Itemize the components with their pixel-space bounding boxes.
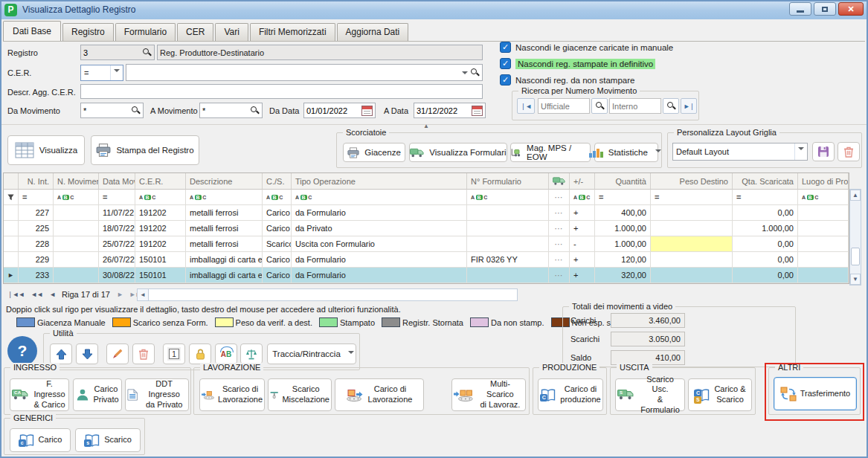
weigh-button[interactable] [240,344,263,364]
numbering-button[interactable]: 1 [163,344,185,364]
f-ingresso-carico-button[interactable]: CA F. Ingresso& Carico [10,378,69,411]
tab-formulario[interactable]: Formulario [115,23,176,41]
next-row-button[interactable]: ► [117,291,123,298]
visualizza-formulari-button[interactable]: Visualizza Formulari [409,143,507,162]
tab-cer[interactable]: CER [177,23,213,41]
carico-scarico-button[interactable]: CS Carico &Scarico [688,378,752,411]
table-row-selected[interactable]: ► 233 30/08/22 150101 imballaggi di cart… [4,268,849,283]
equals-filter-icon[interactable]: = [651,190,733,205]
first-row-button[interactable]: ❘◄◄ [7,291,24,298]
text-filter-icon[interactable]: ABC [570,190,595,205]
column-header-quantita[interactable]: Quantità [595,173,651,190]
last-record-button[interactable]: ►❘ [681,98,697,114]
tab-dati-base[interactable]: Dati Base [3,21,61,41]
scarico-uscita-formulario-button[interactable]: S Scarico Usc.& Formulario [615,378,685,411]
cer-operator-combo[interactable]: = [80,65,123,81]
help-button[interactable]: ? [7,336,37,366]
scrollbar-thumb[interactable] [851,248,860,265]
rename-button[interactable]: AB [215,344,237,364]
calendar-icon[interactable] [472,106,483,116]
column-header-formulario[interactable]: N° Formulario [467,173,549,190]
column-header-descrizione[interactable]: Descrizione [186,173,263,190]
column-header-tipo-operazione[interactable]: Tipo Operazione [292,173,467,190]
move-up-button[interactable] [50,344,72,364]
ellipsis-filter-icon[interactable]: ⋯ [549,190,570,205]
table-row[interactable]: 225 18/07/22 191202 metalli ferrosi Cari… [4,221,849,236]
ddt-ingresso-privato-button[interactable]: DDT Ingressoda Privato [125,378,189,411]
grid-vertical-scrollbar[interactable]: ▲ ▼ [849,189,861,286]
equals-filter-icon[interactable]: = [733,190,798,205]
save-layout-button[interactable] [812,142,835,161]
column-header-segno[interactable]: +/- [570,173,595,190]
a-data-field[interactable] [414,103,486,118]
chevron-down-icon[interactable] [794,143,807,160]
equals-filter-icon[interactable]: = [19,190,54,205]
ufficiale-input[interactable] [541,102,587,111]
traccia-rintraccia-button[interactable]: Traccia/Rintraccia [267,344,356,364]
checkbox-nascondi-non-stampare[interactable] [500,74,511,86]
text-filter-icon[interactable]: ABC [135,190,186,205]
registro-field[interactable] [80,45,155,60]
row-options-button[interactable]: ⋯ [549,268,570,283]
a-movimento-input[interactable] [202,106,250,115]
delete-button[interactable] [132,344,155,364]
table-row[interactable]: 227 11/07/22 191202 metalli ferrosi Cari… [4,205,849,221]
collapse-panel-button[interactable]: ▲ [423,123,429,129]
calendar-icon[interactable] [361,106,373,116]
column-header-n-int[interactable]: N. Int. [19,173,54,190]
layout-select[interactable]: Default Layout [672,143,808,161]
scarico-lavorazione-button[interactable]: Scarico diLavorazione [199,378,265,411]
scroll-up-button[interactable]: ▲ [850,190,861,201]
tab-aggiorna-dati[interactable]: Aggiorna Dati [337,23,409,41]
carico-produzione-button[interactable]: C Carico diproduzione [538,378,603,411]
column-header-luogo[interactable]: Luogo di Produzione [798,173,849,190]
cer-input[interactable] [129,68,460,77]
column-header-peso-destino[interactable]: Peso Destino [651,173,733,190]
tab-filtri-memorizzati[interactable]: Filtri Memorizzati [250,23,335,41]
registro-input[interactable] [83,48,142,57]
scrollbar-track[interactable] [149,288,518,301]
search-icon[interactable] [470,68,480,77]
equals-filter-icon[interactable]: = [595,190,651,205]
delete-layout-button[interactable] [838,142,860,161]
row-options-button[interactable]: ⋯ [549,252,570,268]
scarico-miscelazione-button[interactable]: ScaricoMiscelazione [268,378,332,411]
minimize-button[interactable] [789,2,811,16]
giacenze-button[interactable]: Giacenze [343,143,405,162]
column-header-truck[interactable] [549,173,570,190]
prev-row-button[interactable]: ◄ [49,291,55,298]
checkbox-nascondi-giacenze[interactable] [500,42,511,53]
descr-agg-cer-input[interactable] [83,87,480,96]
stampa-registro-button[interactable]: Stampa del Registro [91,135,199,165]
maximize-button[interactable] [814,2,836,16]
row-options-button[interactable]: ⋯ [549,221,570,236]
tab-registro[interactable]: Registro [62,23,114,41]
text-filter-icon[interactable]: ABC [798,190,849,205]
da-data-input[interactable] [306,106,361,115]
a-data-input[interactable] [417,106,472,115]
table-row[interactable]: 229 26/07/22 150101 imballaggi di carta … [4,252,849,268]
checkbox-nascondi-stampate[interactable] [500,58,511,69]
chevron-down-icon[interactable] [462,71,468,77]
chevron-down-icon[interactable] [110,65,123,80]
table-row[interactable]: 228 25/07/22 191202 metalli ferrosi Scar… [4,236,849,252]
scroll-left-button[interactable]: ◄ [137,288,149,301]
tab-vari[interactable]: Vari [215,23,248,41]
interno-input[interactable] [612,102,658,111]
multi-scarico-lavorazione-button[interactable]: Multi-Scaricodi Lavoraz. [451,378,526,411]
column-header-cer[interactable]: C.E.R. [135,173,186,190]
search-icon[interactable] [131,106,141,115]
row-options-button[interactable]: ⋯ [549,205,570,221]
visualizza-button[interactable]: Visualizza [7,135,85,165]
ufficiale-field[interactable] [538,98,590,114]
da-movimento-field[interactable] [80,103,144,118]
text-filter-icon[interactable]: ABC [263,190,292,205]
column-header-data-mov[interactable]: Data Mov. [99,173,135,190]
close-button[interactable]: ✕ [838,2,864,16]
title-bar[interactable]: P Visualizza Dettaglio Registro ✕ [0,0,868,19]
mag-mps-eow-button[interactable]: Mag. MPS / EOW [510,143,591,162]
search-ufficiale-button[interactable] [591,98,608,114]
search-icon[interactable] [250,106,260,115]
text-filter-icon[interactable]: ABC [467,190,549,205]
search-icon[interactable] [142,48,152,57]
